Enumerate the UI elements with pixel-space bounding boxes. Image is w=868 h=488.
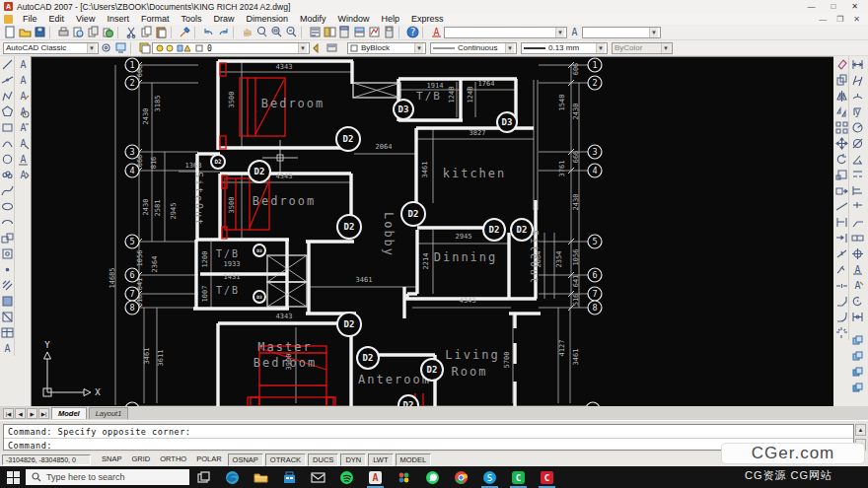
workspace-combo[interactable]: AutoCAD Classic▼ [3,42,99,54]
menu-file[interactable]: File [17,14,43,24]
child-restore-icon[interactable]: ❐ [836,15,843,24]
leader-icon[interactable] [850,214,865,230]
ellipse-icon[interactable] [0,198,15,214]
taskbar-autocad-icon[interactable]: A [361,466,390,488]
start-button[interactable] [0,466,26,488]
pan-button[interactable] [240,26,254,39]
menu-help[interactable]: Help [376,14,406,24]
circle-icon[interactable] [0,151,15,167]
status-grid-button[interactable]: GRID [127,453,154,466]
layer-combo[interactable]: 0▼ [152,42,310,54]
status-ortho-button[interactable]: ORTHO [156,453,190,466]
lengthen-icon[interactable] [834,198,849,214]
menu-tools[interactable]: Tools [175,14,207,24]
menu-express[interactable]: Express [405,14,450,24]
workspace-settings-icon[interactable] [99,41,113,55]
tab-model[interactable]: Model [51,407,87,419]
publish-button[interactable] [86,26,101,39]
tolerance-icon[interactable] [850,230,865,245]
mtext-icon[interactable]: A [16,72,31,88]
edit-text-icon[interactable]: A [16,88,31,104]
hatch-icon[interactable] [0,277,15,293]
copy3-icon[interactable] [850,364,865,380]
dim-edit-icon[interactable]: A [850,261,865,277]
dim-baseline-icon[interactable] [850,182,865,198]
layer-states-icon[interactable] [325,41,339,55]
properties-button[interactable] [308,26,323,39]
quick-dim-icon[interactable] [850,167,865,182]
menu-view[interactable]: View [70,14,101,24]
scroll-up-icon[interactable]: ▲ [855,424,866,436]
insert-block-icon[interactable] [0,230,15,245]
paste-button[interactable] [154,26,169,39]
dim-ordinate-icon[interactable]: y [850,104,865,119]
status-lwt-button[interactable]: LWT [368,453,393,466]
taskbar-chrome-icon[interactable] [447,466,475,488]
designcenter-button[interactable] [323,26,337,39]
child-minimize-icon[interactable]: — [819,15,827,24]
menu-dimension[interactable]: Dimension [240,14,294,24]
linetype-combo[interactable]: Continuous▼ [430,42,517,54]
arc-icon[interactable] [0,135,15,151]
gradient-icon[interactable] [0,293,15,309]
menu-draw[interactable]: Draw [207,14,240,24]
drawing-canvas[interactable]: BedroomT/BkitchenBedroomSiteOutLobbyDinn… [31,56,833,406]
zoom-window-button[interactable] [269,26,284,39]
polygon-icon[interactable] [0,104,15,119]
status-snap-button[interactable]: SNAP [98,453,125,466]
dim-radius-icon[interactable] [850,119,865,135]
make-block-icon[interactable] [0,245,15,261]
redo-button[interactable] [216,26,231,39]
cut-button[interactable] [124,26,139,39]
dim-continue-icon[interactable] [850,198,865,214]
line-icon[interactable] [0,56,15,72]
explode-icon[interactable] [834,324,849,340]
layer-properties-icon[interactable] [137,41,152,55]
tab-nav-next-icon[interactable]: ▶ [27,408,37,419]
taskbar-camtasia-icon[interactable]: C [504,466,533,488]
scale-icon[interactable] [834,167,849,182]
menu-window[interactable]: Window [332,14,376,24]
maximize-icon[interactable]: □ [831,2,835,11]
menu-format[interactable]: Format [135,14,176,24]
taskbar-edge-icon[interactable] [218,466,247,488]
close-icon[interactable]: ✕ [851,2,858,11]
quickcalc-button[interactable] [382,26,397,39]
justify-text-icon[interactable]: A [16,151,31,167]
join-icon[interactable] [834,277,849,293]
dim-style-combo[interactable]: ▼ [444,27,567,38]
copy1-icon[interactable] [850,332,865,348]
text-style-icon[interactable]: A [16,119,31,135]
plot-button[interactable] [56,26,71,39]
rectangle-icon[interactable] [0,119,15,135]
move-icon[interactable] [834,135,849,151]
taskbar-mail-icon[interactable] [304,466,332,488]
taskbar-skype-icon[interactable]: S [475,466,504,488]
revcloud-icon[interactable] [0,167,15,182]
taskbar-file-explorer-icon[interactable] [247,466,275,488]
copy-object-icon[interactable] [834,72,849,88]
polyline-icon[interactable] [0,88,15,104]
color-combo[interactable]: ByBlock▼ [347,42,426,54]
taskbar-task-view-icon[interactable] [189,466,218,488]
tab-nav-last-icon[interactable]: ▶| [38,408,49,419]
text-style-icon[interactable]: A [567,26,582,39]
find-text-icon[interactable]: A [16,104,31,119]
taskbar-adobe-icon[interactable]: C [533,466,561,488]
undo-button[interactable] [201,26,216,39]
copy2-icon[interactable] [850,348,865,364]
layer-previous-icon[interactable] [310,41,325,55]
center-mark-icon[interactable] [850,245,865,261]
fillet-icon[interactable] [834,309,849,324]
help-button[interactable]: ? [405,26,420,39]
menu-insert[interactable]: Insert [101,14,135,24]
plot-preview-button[interactable] [71,26,86,39]
zoom-realtime-button[interactable] [254,26,269,39]
table-icon[interactable] [0,324,15,340]
extend-icon[interactable] [834,230,849,245]
offset-icon[interactable] [834,104,849,119]
tool-palettes-button[interactable] [337,26,352,39]
taskbar-search[interactable]: Type here to search [26,469,189,485]
construction-line-icon[interactable] [0,72,15,88]
mirror-icon[interactable] [834,88,849,104]
